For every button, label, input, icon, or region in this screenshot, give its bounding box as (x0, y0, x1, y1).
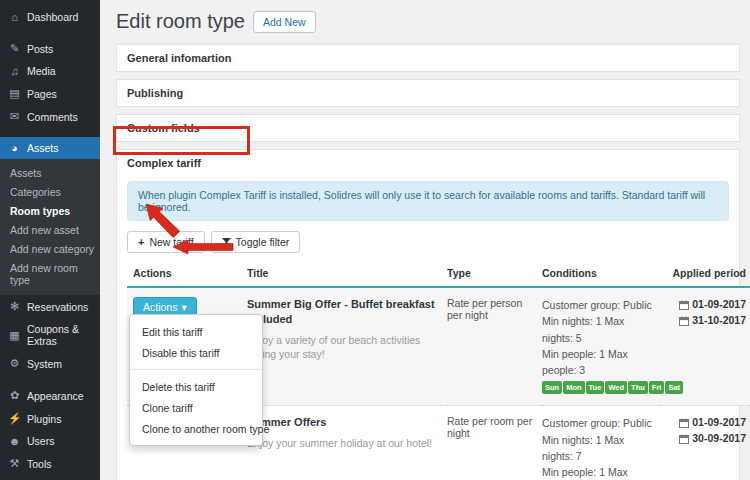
sidebar-item-system[interactable]: ⚙ System (0, 352, 100, 375)
tariff-table: Actions Title Type Conditions Applied pe… (127, 261, 750, 480)
column-header-type: Type (447, 261, 542, 287)
page-title: Edit room type (116, 10, 245, 33)
day-badge: Sun (542, 381, 562, 394)
toggle-filter-button-top[interactable]: Toggle filter (211, 231, 301, 253)
submenu-item-add-new-room-type[interactable]: Add new room type (0, 258, 100, 289)
media-icon: ♫ (8, 65, 21, 77)
sidebar-item-dashboard[interactable]: ⌂ Dashboard (0, 6, 100, 28)
sidebar-item-label: Dashboard (27, 11, 78, 23)
day-badge: Fri (649, 381, 665, 394)
calendar-icon (679, 316, 689, 326)
tariff-description: Enjoy your summer holiday at our hotel! (247, 436, 441, 451)
menu-item-edit-tariff[interactable]: Edit this tariff (130, 321, 262, 342)
menu-item-clone-tariff[interactable]: Clone tariff (130, 397, 262, 418)
condition-nights: Min nights: 1 Max nights: 7 (542, 432, 654, 465)
column-header-conditions: Conditions (542, 261, 660, 287)
sidebar-item-pages[interactable]: ▤ Pages (0, 82, 100, 105)
panel-custom-fields[interactable]: Custom fields (116, 114, 740, 142)
plug-icon: ⚡ (8, 412, 21, 425)
complex-tariff-header[interactable]: Complex tariff (117, 150, 739, 176)
actions-button-label: Actions (143, 301, 177, 313)
condition-people: Min people: 1 Max people: 3 (542, 464, 654, 480)
sidebar-item-plugins[interactable]: ⚡ Plugins (0, 407, 100, 430)
gear-icon: ⚙ (8, 357, 21, 370)
period-end: 31-10-2017 (660, 313, 746, 329)
sidebar-item-label: Reservations (27, 301, 88, 313)
add-new-button[interactable]: Add New (253, 11, 316, 33)
submenu-item-room-types[interactable]: Room types (0, 201, 100, 220)
sidebar-item-reservations[interactable]: ✻ Reservations (0, 295, 100, 318)
menu-item-disable-tariff[interactable]: Disable this tariff (130, 342, 262, 363)
day-badge: Thu (628, 381, 648, 394)
menu-item-clone-to-another-room-type[interactable]: Clone to another room type (130, 418, 262, 439)
list-table-icon: ▦ (8, 329, 21, 342)
period-end: 30-09-2017 (660, 431, 746, 447)
sidebar-item-coupons-extras[interactable]: ▦ Coupons & Extras (0, 318, 100, 352)
period-end-date: 31-10-2017 (692, 313, 746, 329)
sidebar-item-label: Plugins (27, 413, 61, 425)
column-header-title: Title (247, 261, 447, 287)
actions-dropdown-menu: Edit this tariff Disable this tariff Del… (129, 314, 263, 446)
condition-nights: Min nights: 1 Max nights: 5 (542, 313, 654, 346)
comment-bubble-icon: ✉ (8, 110, 21, 123)
sidebar-item-users[interactable]: ☻ Users (0, 430, 100, 452)
complex-tariff-notice: When plugin Complex Tariff is installed,… (127, 181, 729, 221)
sidebar-item-posts[interactable]: ✎ Posts (0, 37, 100, 60)
tariff-type: Rate per room per night (447, 406, 542, 480)
sidebar-item-assets[interactable]: ◕ Assets (0, 137, 100, 159)
submenu-item-add-new-asset[interactable]: Add new asset (0, 220, 100, 239)
sidebar-item-media[interactable]: ♫ Media (0, 60, 100, 82)
person-icon: ☻ (8, 435, 21, 447)
sidebar-item-appearance[interactable]: ✿ Appearance (0, 384, 100, 407)
period-start: 01-09-2017 (660, 415, 746, 431)
sidebar-item-label: System (27, 358, 62, 370)
sidebar-item-label: Tools (27, 458, 52, 470)
condition-customer-group: Customer group: Public (542, 297, 654, 313)
key-icon: ✻ (8, 300, 21, 313)
sidebar-item-label: Comments (27, 111, 78, 123)
calendar-icon (679, 418, 689, 428)
column-header-applied-period: Applied period (660, 261, 750, 287)
sidebar-item-label: Appearance (27, 390, 84, 402)
panel-publishing[interactable]: Publishing (116, 79, 740, 107)
submenu-item-categories[interactable]: Categories (0, 182, 100, 201)
sidebar-item-tools[interactable]: ⚒ Tools (0, 452, 100, 475)
sidebar-item-label: Users (27, 435, 54, 447)
paintbrush-icon: ✿ (8, 389, 21, 402)
filter-funnel-icon (222, 238, 231, 247)
sidebar-separator (0, 375, 100, 384)
period-end-date: 30-09-2017 (692, 431, 746, 447)
tariff-description: Enjoy a variety of our beach activities … (247, 333, 441, 362)
assets-submenu: Assets Categories Room types Add new ass… (0, 159, 100, 295)
toggle-filter-label: Toggle filter (236, 236, 290, 248)
calendar-icon (679, 434, 689, 444)
day-badge: Mon (563, 381, 584, 394)
pages-icon: ▤ (8, 87, 21, 100)
menu-divider (130, 369, 262, 370)
sidebar-item-label: Assets (27, 142, 59, 154)
calendar-icon (679, 300, 689, 310)
panel-general-information[interactable]: General infomartion (116, 44, 740, 72)
panel-complex-tariff: Complex tariff When plugin Complex Tarif… (116, 149, 740, 480)
admin-sidebar: ⌂ Dashboard ✎ Posts ♫ Media ▤ Pages ✉ Co… (0, 0, 100, 480)
tariff-title: Summer Big Offer - Buffet breakfast incl… (247, 297, 441, 327)
main-content: Edit room type Add New General infomarti… (100, 0, 750, 480)
table-row: Actions ▾ Edit this tariff Disable this … (127, 287, 750, 406)
submenu-item-add-new-category[interactable]: Add new category (0, 239, 100, 258)
sidebar-item-comments[interactable]: ✉ Comments (0, 105, 100, 128)
submenu-item-assets[interactable]: Assets (0, 163, 100, 182)
condition-people: Min people: 1 Max people: 3 (542, 346, 654, 379)
day-badge: Sat (665, 381, 683, 394)
menu-item-delete-tariff[interactable]: Delete this tariff (130, 376, 262, 397)
weekday-badges: Sun Mon Tue Wed Thu Fri Sat (542, 381, 654, 394)
sidebar-item-label: Coupons & Extras (27, 323, 96, 347)
period-start-date: 01-09-2017 (692, 415, 746, 431)
new-tariff-button-top[interactable]: + New tariff (127, 231, 205, 253)
pie-chart-icon: ◕ (8, 142, 21, 154)
sidebar-item-settings[interactable]: ≡ Settings (0, 475, 100, 480)
day-badge: Wed (605, 381, 627, 394)
day-badge: Tue (586, 381, 605, 394)
period-start: 01-09-2017 (660, 297, 746, 313)
condition-customer-group: Customer group: Public (542, 415, 654, 431)
pin-icon: ✎ (8, 42, 21, 55)
